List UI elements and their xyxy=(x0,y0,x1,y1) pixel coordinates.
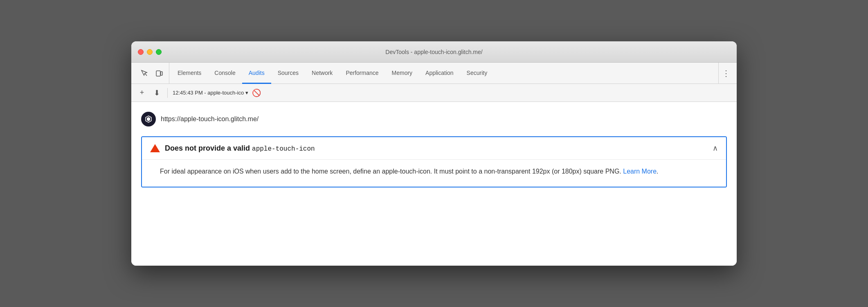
tab-security[interactable]: Security xyxy=(460,63,494,84)
warning-triangle-icon xyxy=(150,144,160,152)
learn-more-link[interactable]: Learn More xyxy=(623,168,657,175)
minimize-button[interactable] xyxy=(147,49,153,55)
tab-network[interactable]: Network xyxy=(305,63,339,84)
close-button[interactable] xyxy=(138,49,144,55)
svg-marker-4 xyxy=(147,117,150,121)
tab-console[interactable]: Console xyxy=(208,63,242,84)
toolbar: + ⬇ 12:45:43 PM - apple-touch-ico ▾ 🚫 xyxy=(131,84,737,102)
warning-title: Does not provide a valid apple-touch-ico… xyxy=(165,144,315,153)
tab-icon-group xyxy=(135,63,169,84)
url-row: https://apple-touch-icon.glitch.me/ xyxy=(141,110,727,128)
block-icon[interactable]: 🚫 xyxy=(251,87,262,99)
tab-audits[interactable]: Audits xyxy=(242,63,271,84)
tab-elements[interactable]: Elements xyxy=(171,63,208,84)
tab-sources[interactable]: Sources xyxy=(271,63,305,84)
download-button[interactable]: ⬇ xyxy=(151,87,162,99)
warning-description: For ideal appearance on iOS when users a… xyxy=(160,166,718,177)
tab-memory[interactable]: Memory xyxy=(385,63,419,84)
toolbar-divider xyxy=(167,88,168,98)
window-title: DevTools - apple-touch-icon.glitch.me/ xyxy=(385,49,482,55)
site-icon xyxy=(141,112,156,126)
tab-performance[interactable]: Performance xyxy=(339,63,385,84)
warning-header-left: Does not provide a valid apple-touch-ico… xyxy=(150,144,315,153)
warning-card: Does not provide a valid apple-touch-ico… xyxy=(141,136,727,187)
session-selector: 12:45:43 PM - apple-touch-ico ▾ 🚫 xyxy=(173,87,262,99)
main-content: https://apple-touch-icon.glitch.me/ Does… xyxy=(131,102,737,266)
devtools-window: DevTools - apple-touch-icon.glitch.me/ E… xyxy=(131,41,737,266)
title-bar: DevTools - apple-touch-icon.glitch.me/ xyxy=(131,41,737,63)
tab-application[interactable]: Application xyxy=(419,63,460,84)
svg-rect-1 xyxy=(156,71,160,76)
traffic-lights xyxy=(138,49,162,55)
page-url: https://apple-touch-icon.glitch.me/ xyxy=(161,115,259,123)
warning-header[interactable]: Does not provide a valid apple-touch-ico… xyxy=(142,137,726,159)
device-toggle-button[interactable] xyxy=(153,67,166,80)
tab-bar: Elements Console Audits Sources Network … xyxy=(131,63,737,84)
svg-line-0 xyxy=(145,73,147,76)
chevron-up-icon: ∧ xyxy=(713,144,718,153)
more-tabs-button[interactable]: ⋮ xyxy=(718,63,733,84)
session-dropdown[interactable]: 12:45:43 PM - apple-touch-ico ▾ xyxy=(173,90,248,96)
maximize-button[interactable] xyxy=(156,49,162,55)
add-audit-button[interactable]: + xyxy=(136,87,148,99)
inspect-element-button[interactable] xyxy=(138,67,151,80)
svg-rect-2 xyxy=(161,72,162,75)
warning-body: For ideal appearance on iOS when users a… xyxy=(142,159,726,187)
